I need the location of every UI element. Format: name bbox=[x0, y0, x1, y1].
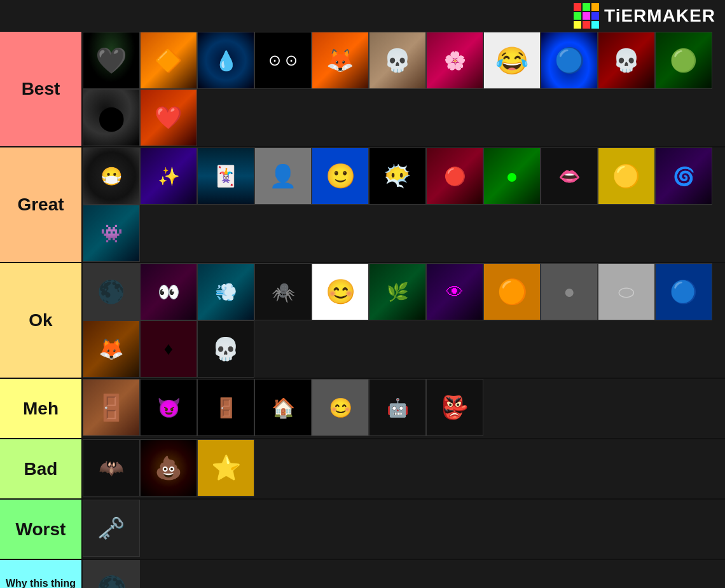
list-item[interactable]: 🌿 bbox=[369, 263, 426, 320]
list-item[interactable]: ● bbox=[483, 147, 541, 205]
list-item[interactable]: 🌀 bbox=[655, 147, 712, 205]
list-item[interactable]: 🙂 bbox=[312, 147, 369, 205]
list-item[interactable]: 💀 bbox=[369, 32, 426, 89]
list-item[interactable]: 💀 bbox=[197, 320, 254, 378]
list-item[interactable]: 🌑 bbox=[83, 263, 140, 320]
list-item[interactable]: 🟢 bbox=[655, 32, 712, 89]
list-item[interactable]: 💀 bbox=[598, 32, 655, 89]
logo-cell bbox=[574, 12, 581, 20]
list-item[interactable]: 👤 bbox=[254, 147, 312, 205]
tier-label-worst: Worst bbox=[0, 500, 81, 559]
list-item[interactable]: ⭐ bbox=[197, 439, 254, 496]
tier-row-ok: Ok 🌑 👀 💨 🕷️ 😊 🌿 👁 🟠 ● ⬭ bbox=[0, 263, 725, 379]
list-item[interactable]: 🗝️ bbox=[83, 500, 140, 557]
tier-row-best: Best 🖤 🔶 💧 ⊙ ⊙ 🦊 💀 🌸 😂 🔵 bbox=[0, 32, 725, 147]
list-item[interactable]: 🌑 bbox=[83, 560, 140, 588]
tier-items-best: 🖤 🔶 💧 ⊙ ⊙ 🦊 💀 🌸 😂 🔵 💀 🟢 bbox=[81, 32, 725, 146]
list-item[interactable]: 🟠 bbox=[483, 263, 541, 320]
list-item[interactable]: 👺 bbox=[426, 379, 483, 436]
list-item[interactable]: 🔶 bbox=[140, 32, 197, 89]
list-item[interactable]: 💩 bbox=[140, 439, 197, 496]
list-item[interactable]: 👾 bbox=[83, 205, 140, 262]
list-item[interactable]: 🔵 bbox=[655, 263, 712, 320]
tier-items-great: 😷 ✨ 🃏 👤 🙂 😶‍🌫️ 🔴 ● 👄 🟡 🌀 bbox=[81, 147, 725, 262]
logo-cell bbox=[583, 12, 590, 20]
tier-label-meh: Meh bbox=[0, 379, 81, 438]
list-item[interactable]: 🏠 bbox=[254, 379, 312, 436]
list-item[interactable]: 🚪 bbox=[83, 379, 140, 436]
logo-grid bbox=[574, 3, 599, 29]
logo-cell bbox=[574, 3, 581, 11]
tier-row-great: Great 😷 ✨ 🃏 👤 🙂 😶‍🌫️ 🔴 ● 👄 bbox=[0, 147, 725, 263]
list-item[interactable]: 🌸 bbox=[426, 32, 483, 89]
list-item[interactable]: 🔵 bbox=[541, 32, 598, 89]
list-item[interactable]: ❤️ bbox=[140, 89, 197, 146]
list-item[interactable]: 🤖 bbox=[369, 379, 426, 436]
list-item[interactable]: 😂 bbox=[483, 32, 541, 89]
tier-label-bad: Bad bbox=[0, 439, 81, 498]
tiermaker-logo: TiERMAKER bbox=[574, 3, 715, 29]
tier-items-ok: 🌑 👀 💨 🕷️ 😊 🌿 👁 🟠 ● ⬭ 🔵 bbox=[81, 263, 725, 378]
tier-row-bad: Bad 🦇 💩 ⭐ bbox=[0, 439, 725, 500]
list-item[interactable]: 👄 bbox=[541, 147, 598, 205]
tier-label-why: Why this thing exist? bbox=[0, 560, 81, 588]
tiermaker-text: TiERMAKER bbox=[604, 6, 715, 26]
list-item[interactable]: 🃏 bbox=[197, 147, 254, 205]
logo-cell bbox=[591, 12, 599, 20]
tier-label-ok: Ok bbox=[0, 263, 81, 378]
logo-cell bbox=[591, 3, 599, 11]
tier-items-meh: 🚪 😈 🚪 🏠 😊 🤖 👺 bbox=[81, 379, 725, 438]
list-item[interactable]: 😷 bbox=[83, 147, 140, 205]
list-item[interactable]: ✨ bbox=[140, 147, 197, 205]
list-item[interactable]: 🕷️ bbox=[254, 263, 312, 320]
header: TiERMAKER bbox=[0, 0, 725, 32]
list-item[interactable]: 🦊 bbox=[312, 32, 369, 89]
list-item[interactable]: ● bbox=[541, 263, 598, 320]
list-item[interactable]: ♦️ bbox=[140, 320, 197, 378]
list-item[interactable]: ⬭ bbox=[598, 263, 655, 320]
list-item[interactable]: 😊 bbox=[312, 263, 369, 320]
list-item[interactable]: ⊙ ⊙ bbox=[254, 32, 312, 89]
list-item[interactable]: ⬤ bbox=[83, 89, 140, 146]
logo-cell bbox=[574, 21, 581, 29]
tier-row-why: Why this thing exist? 🌑 bbox=[0, 560, 725, 588]
tier-items-bad: 🦇 💩 ⭐ bbox=[81, 439, 725, 498]
list-item[interactable]: 👀 bbox=[140, 263, 197, 320]
tier-row-meh: Meh 🚪 😈 🚪 🏠 😊 🤖 👺 bbox=[0, 379, 725, 439]
tier-label-best: Best bbox=[0, 32, 81, 146]
list-item[interactable]: 👁 bbox=[426, 263, 483, 320]
tier-row-worst: Worst 🗝️ bbox=[0, 500, 725, 560]
logo-cell bbox=[591, 21, 599, 29]
list-item[interactable]: 😶‍🌫️ bbox=[369, 147, 426, 205]
list-item[interactable]: 🔴 bbox=[426, 147, 483, 205]
list-item[interactable]: 😊 bbox=[312, 379, 369, 436]
list-item[interactable]: 🟡 bbox=[598, 147, 655, 205]
list-item[interactable]: 💨 bbox=[197, 263, 254, 320]
tier-items-why: 🌑 bbox=[81, 560, 725, 588]
list-item[interactable]: 🦇 bbox=[83, 439, 140, 496]
tier-label-great: Great bbox=[0, 147, 81, 262]
list-item[interactable]: 🚪 bbox=[197, 379, 254, 436]
list-item[interactable]: 🖤 bbox=[83, 32, 140, 89]
list-item[interactable]: 😈 bbox=[140, 379, 197, 436]
logo-cell bbox=[583, 3, 590, 11]
list-item[interactable]: 💧 bbox=[197, 32, 254, 89]
tier-items-worst: 🗝️ bbox=[81, 500, 725, 559]
logo-cell bbox=[583, 21, 590, 29]
list-item[interactable]: 🦊 bbox=[83, 320, 140, 378]
